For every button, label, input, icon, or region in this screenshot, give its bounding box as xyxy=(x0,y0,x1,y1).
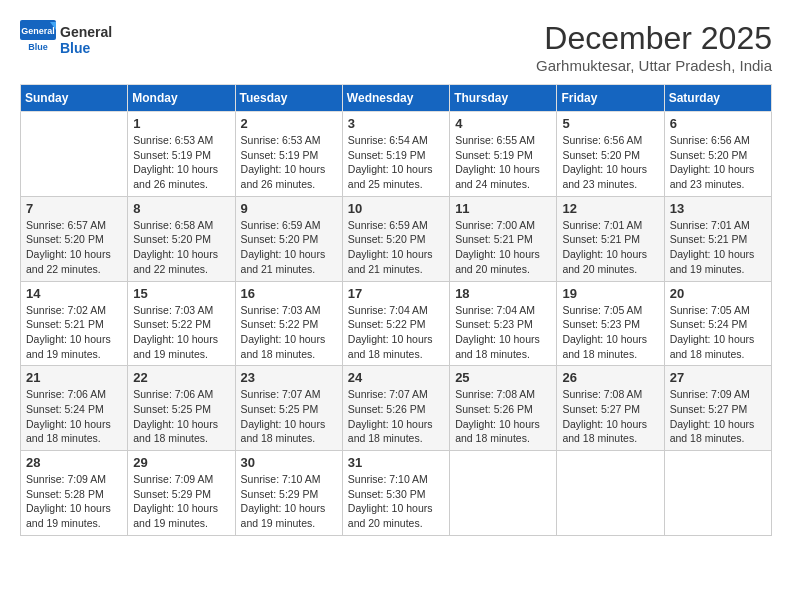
calendar-cell: 25Sunrise: 7:08 AM Sunset: 5:26 PM Dayli… xyxy=(450,366,557,451)
day-number: 18 xyxy=(455,286,551,301)
day-detail: Sunrise: 7:02 AM Sunset: 5:21 PM Dayligh… xyxy=(26,303,122,362)
day-detail: Sunrise: 6:59 AM Sunset: 5:20 PM Dayligh… xyxy=(348,218,444,277)
day-number: 25 xyxy=(455,370,551,385)
day-detail: Sunrise: 7:06 AM Sunset: 5:25 PM Dayligh… xyxy=(133,387,229,446)
weekday-header-sunday: Sunday xyxy=(21,85,128,112)
day-number: 15 xyxy=(133,286,229,301)
calendar-cell: 7Sunrise: 6:57 AM Sunset: 5:20 PM Daylig… xyxy=(21,196,128,281)
day-number: 11 xyxy=(455,201,551,216)
calendar-cell: 26Sunrise: 7:08 AM Sunset: 5:27 PM Dayli… xyxy=(557,366,664,451)
day-number: 9 xyxy=(241,201,337,216)
page-header: General Blue General Blue December 2025 … xyxy=(20,20,772,74)
day-number: 14 xyxy=(26,286,122,301)
day-detail: Sunrise: 7:03 AM Sunset: 5:22 PM Dayligh… xyxy=(241,303,337,362)
calendar-cell: 15Sunrise: 7:03 AM Sunset: 5:22 PM Dayli… xyxy=(128,281,235,366)
week-row-4: 21Sunrise: 7:06 AM Sunset: 5:24 PM Dayli… xyxy=(21,366,772,451)
calendar-cell xyxy=(21,112,128,197)
day-detail: Sunrise: 7:04 AM Sunset: 5:22 PM Dayligh… xyxy=(348,303,444,362)
day-number: 2 xyxy=(241,116,337,131)
day-number: 10 xyxy=(348,201,444,216)
day-detail: Sunrise: 6:54 AM Sunset: 5:19 PM Dayligh… xyxy=(348,133,444,192)
day-detail: Sunrise: 6:59 AM Sunset: 5:20 PM Dayligh… xyxy=(241,218,337,277)
calendar-cell: 9Sunrise: 6:59 AM Sunset: 5:20 PM Daylig… xyxy=(235,196,342,281)
day-detail: Sunrise: 7:06 AM Sunset: 5:24 PM Dayligh… xyxy=(26,387,122,446)
day-detail: Sunrise: 6:53 AM Sunset: 5:19 PM Dayligh… xyxy=(241,133,337,192)
calendar-cell: 11Sunrise: 7:00 AM Sunset: 5:21 PM Dayli… xyxy=(450,196,557,281)
calendar-cell: 20Sunrise: 7:05 AM Sunset: 5:24 PM Dayli… xyxy=(664,281,771,366)
calendar-cell: 31Sunrise: 7:10 AM Sunset: 5:30 PM Dayli… xyxy=(342,451,449,536)
day-detail: Sunrise: 7:07 AM Sunset: 5:26 PM Dayligh… xyxy=(348,387,444,446)
day-number: 12 xyxy=(562,201,658,216)
week-row-2: 7Sunrise: 6:57 AM Sunset: 5:20 PM Daylig… xyxy=(21,196,772,281)
week-row-1: 1Sunrise: 6:53 AM Sunset: 5:19 PM Daylig… xyxy=(21,112,772,197)
weekday-header-saturday: Saturday xyxy=(664,85,771,112)
day-number: 6 xyxy=(670,116,766,131)
day-detail: Sunrise: 6:56 AM Sunset: 5:20 PM Dayligh… xyxy=(670,133,766,192)
calendar-cell: 30Sunrise: 7:10 AM Sunset: 5:29 PM Dayli… xyxy=(235,451,342,536)
day-detail: Sunrise: 6:58 AM Sunset: 5:20 PM Dayligh… xyxy=(133,218,229,277)
day-detail: Sunrise: 7:10 AM Sunset: 5:30 PM Dayligh… xyxy=(348,472,444,531)
calendar-cell: 27Sunrise: 7:09 AM Sunset: 5:27 PM Dayli… xyxy=(664,366,771,451)
day-number: 13 xyxy=(670,201,766,216)
week-row-5: 28Sunrise: 7:09 AM Sunset: 5:28 PM Dayli… xyxy=(21,451,772,536)
day-number: 4 xyxy=(455,116,551,131)
day-number: 7 xyxy=(26,201,122,216)
logo-icon: General Blue xyxy=(20,20,56,60)
day-number: 23 xyxy=(241,370,337,385)
svg-text:General: General xyxy=(21,26,55,36)
calendar-cell: 10Sunrise: 6:59 AM Sunset: 5:20 PM Dayli… xyxy=(342,196,449,281)
day-detail: Sunrise: 7:05 AM Sunset: 5:24 PM Dayligh… xyxy=(670,303,766,362)
day-number: 16 xyxy=(241,286,337,301)
day-number: 3 xyxy=(348,116,444,131)
day-number: 27 xyxy=(670,370,766,385)
logo-text: General Blue xyxy=(60,24,112,56)
logo-blue: Blue xyxy=(60,40,112,56)
day-detail: Sunrise: 6:55 AM Sunset: 5:19 PM Dayligh… xyxy=(455,133,551,192)
day-number: 19 xyxy=(562,286,658,301)
calendar-cell: 12Sunrise: 7:01 AM Sunset: 5:21 PM Dayli… xyxy=(557,196,664,281)
calendar-cell: 2Sunrise: 6:53 AM Sunset: 5:19 PM Daylig… xyxy=(235,112,342,197)
day-detail: Sunrise: 7:05 AM Sunset: 5:23 PM Dayligh… xyxy=(562,303,658,362)
weekday-header-thursday: Thursday xyxy=(450,85,557,112)
calendar-cell: 28Sunrise: 7:09 AM Sunset: 5:28 PM Dayli… xyxy=(21,451,128,536)
day-detail: Sunrise: 7:09 AM Sunset: 5:29 PM Dayligh… xyxy=(133,472,229,531)
weekday-header-monday: Monday xyxy=(128,85,235,112)
day-detail: Sunrise: 7:09 AM Sunset: 5:27 PM Dayligh… xyxy=(670,387,766,446)
day-detail: Sunrise: 7:04 AM Sunset: 5:23 PM Dayligh… xyxy=(455,303,551,362)
day-detail: Sunrise: 6:53 AM Sunset: 5:19 PM Dayligh… xyxy=(133,133,229,192)
weekday-header-tuesday: Tuesday xyxy=(235,85,342,112)
calendar-table: SundayMondayTuesdayWednesdayThursdayFrid… xyxy=(20,84,772,536)
day-detail: Sunrise: 7:09 AM Sunset: 5:28 PM Dayligh… xyxy=(26,472,122,531)
day-detail: Sunrise: 7:10 AM Sunset: 5:29 PM Dayligh… xyxy=(241,472,337,531)
day-number: 17 xyxy=(348,286,444,301)
day-number: 5 xyxy=(562,116,658,131)
calendar-cell: 18Sunrise: 7:04 AM Sunset: 5:23 PM Dayli… xyxy=(450,281,557,366)
day-number: 21 xyxy=(26,370,122,385)
title-block: December 2025 Garhmuktesar, Uttar Prades… xyxy=(536,20,772,74)
day-detail: Sunrise: 7:03 AM Sunset: 5:22 PM Dayligh… xyxy=(133,303,229,362)
month-title: December 2025 xyxy=(536,20,772,57)
day-detail: Sunrise: 7:01 AM Sunset: 5:21 PM Dayligh… xyxy=(562,218,658,277)
calendar-cell: 29Sunrise: 7:09 AM Sunset: 5:29 PM Dayli… xyxy=(128,451,235,536)
day-number: 8 xyxy=(133,201,229,216)
day-number: 24 xyxy=(348,370,444,385)
calendar-cell: 5Sunrise: 6:56 AM Sunset: 5:20 PM Daylig… xyxy=(557,112,664,197)
day-number: 30 xyxy=(241,455,337,470)
svg-text:Blue: Blue xyxy=(28,42,48,52)
calendar-cell xyxy=(450,451,557,536)
weekday-header-wednesday: Wednesday xyxy=(342,85,449,112)
calendar-cell: 13Sunrise: 7:01 AM Sunset: 5:21 PM Dayli… xyxy=(664,196,771,281)
day-number: 22 xyxy=(133,370,229,385)
weekday-header-row: SundayMondayTuesdayWednesdayThursdayFrid… xyxy=(21,85,772,112)
day-number: 26 xyxy=(562,370,658,385)
day-detail: Sunrise: 7:00 AM Sunset: 5:21 PM Dayligh… xyxy=(455,218,551,277)
calendar-cell: 23Sunrise: 7:07 AM Sunset: 5:25 PM Dayli… xyxy=(235,366,342,451)
day-number: 1 xyxy=(133,116,229,131)
day-number: 31 xyxy=(348,455,444,470)
day-detail: Sunrise: 7:08 AM Sunset: 5:26 PM Dayligh… xyxy=(455,387,551,446)
week-row-3: 14Sunrise: 7:02 AM Sunset: 5:21 PM Dayli… xyxy=(21,281,772,366)
calendar-cell: 1Sunrise: 6:53 AM Sunset: 5:19 PM Daylig… xyxy=(128,112,235,197)
logo-general: General xyxy=(60,24,112,40)
calendar-cell: 22Sunrise: 7:06 AM Sunset: 5:25 PM Dayli… xyxy=(128,366,235,451)
day-detail: Sunrise: 7:07 AM Sunset: 5:25 PM Dayligh… xyxy=(241,387,337,446)
